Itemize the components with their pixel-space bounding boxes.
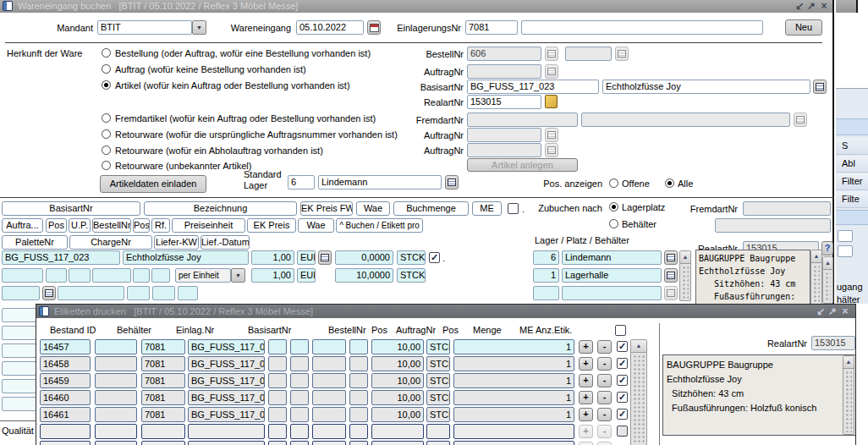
radio-auftrag[interactable] (102, 64, 111, 74)
eti-row-cell-pos1[interactable] (290, 373, 309, 388)
auftragnr-list-icon[interactable] (545, 64, 558, 79)
eti-row-cell-me[interactable]: STCK (426, 373, 450, 388)
col-header-up[interactable]: U.P. (69, 218, 91, 233)
eti-row-cell-auftragnr[interactable] (312, 356, 346, 371)
package-icon[interactable] (545, 95, 558, 108)
eti-empty-cell[interactable] (371, 441, 424, 445)
background-button-fragment[interactable]: Abl (836, 156, 868, 173)
radio-retourware-1[interactable] (102, 129, 111, 139)
scroll-track[interactable] (682, 266, 689, 299)
col-header-me[interactable]: ME (472, 201, 502, 216)
radio-alle[interactable] (665, 179, 674, 188)
lager-row2-list-icon[interactable] (664, 268, 678, 283)
eti-row-cell-anz-etik[interactable]: 1 (453, 373, 574, 388)
eti-empty-cell[interactable] (290, 441, 309, 445)
calendar-icon[interactable] (367, 20, 381, 35)
eti-empty-cell[interactable] (453, 424, 574, 439)
scroll-up-icon[interactable]: ▲ (843, 356, 854, 369)
eti-row-cell-pos1[interactable] (290, 356, 309, 371)
rowB-cell[interactable] (133, 268, 150, 283)
etiketten-titlebar[interactable]: Etiketten drucken [BTIT / 05.10.2022 / R… (36, 305, 855, 318)
col-header-preiseinheit[interactable]: Preiseinheit (172, 218, 245, 233)
scroll-track[interactable] (813, 265, 820, 303)
eti-row-cell-pos1[interactable] (290, 407, 309, 422)
lager-scrollbar[interactable]: ▲ (679, 250, 691, 301)
rowA-basisartnr-cell[interactable]: BG_FUSS_117_023 (2, 250, 120, 265)
info-scrollbar[interactable]: ▲ (810, 250, 822, 305)
fremdart-name-field[interactable] (581, 113, 790, 127)
mandant-dropdown-button[interactable]: ▼ (192, 20, 206, 35)
grid-remnant-cell[interactable] (2, 308, 36, 322)
lager-list-icon[interactable] (445, 175, 459, 190)
fremdartnr-field[interactable] (467, 113, 578, 127)
col-header-pos1[interactable]: Pos (46, 218, 67, 233)
maximize-icon[interactable]: ↗ (805, 0, 817, 12)
eti-row-cell-bestand-id[interactable]: 16460 (40, 390, 91, 405)
scroll-up-icon[interactable]: ▲ (680, 251, 690, 264)
scroll-up-icon[interactable]: ▲ (823, 257, 832, 270)
eti-row-cell-einlag-nr[interactable]: 7081 (141, 407, 185, 422)
eti-row-cell-einlag-nr[interactable]: 7081 (141, 356, 185, 371)
eti-row-cell-bestellnr[interactable] (268, 407, 287, 422)
eti-row-cell-behaelter[interactable] (95, 390, 137, 405)
lager-row3-name[interactable] (562, 286, 662, 300)
eti-row-checkbox[interactable]: ✓ (617, 358, 628, 369)
eti-row-checkbox[interactable] (617, 426, 628, 437)
anz-plus-button[interactable]: + (579, 391, 593, 404)
anz-minus-button[interactable]: - (597, 408, 612, 421)
radio-fremdartikel[interactable] (102, 113, 111, 123)
eti-row-cell-pos1[interactable] (290, 339, 309, 354)
eti-row-cell-menge[interactable]: 10,00 (371, 373, 424, 388)
col-header-lief-datum[interactable]: Lief.-Datum (201, 235, 250, 250)
standard-lager-name-field[interactable]: Lindemann (318, 175, 442, 190)
eti-empty-cell[interactable] (371, 424, 424, 439)
eti-row-cell-behaelter[interactable] (95, 356, 137, 371)
eti-row-cell-me[interactable]: STCK (426, 390, 450, 405)
anz-plus-button[interactable]: + (579, 408, 593, 421)
rowB-ek-preis-cell[interactable]: 1,00 (251, 268, 294, 283)
col-header-buchmenge[interactable]: Buchmenge (393, 201, 469, 216)
basisart-name-field[interactable]: Echtholzfüsse Joy (602, 80, 810, 94)
eti-empty-cell[interactable] (268, 441, 287, 445)
col-header-bestellnr[interactable]: BestellNr (92, 218, 131, 233)
col-header-bezeichnung[interactable]: Bezeichnung (144, 201, 297, 216)
lager-row1-list-icon[interactable] (664, 250, 678, 265)
eti-empty-cell[interactable] (40, 424, 91, 439)
auftragnr3-list-icon[interactable] (545, 143, 558, 157)
eti-row-cell-bestand-id[interactable]: 16459 (40, 373, 91, 388)
rowB-wae-cell[interactable]: EUR (297, 268, 316, 283)
rowC-list-icon[interactable] (42, 286, 56, 300)
rowB-cell[interactable] (69, 268, 91, 283)
background-button-fragment[interactable]: Filter (836, 173, 868, 190)
fremdart-list-icon[interactable] (794, 113, 807, 127)
fremdartnr2-field[interactable] (743, 201, 831, 216)
col-header-wae[interactable]: Wae (356, 201, 390, 216)
eti-row-cell-bestand-id[interactable]: 16461 (40, 407, 91, 422)
rowB-me-cell[interactable]: STCK (397, 268, 426, 283)
fremdart2-name-field[interactable] (715, 218, 831, 233)
col-header-buchen-etikett[interactable]: ^ Buchen / Etikett pro (336, 218, 423, 233)
grid-remnant-cell[interactable] (2, 343, 36, 358)
eti-row-checkbox[interactable]: ✓ (617, 392, 628, 403)
rowB-cell[interactable] (46, 268, 67, 283)
col-header-palettenr[interactable]: PaletteNr (2, 235, 68, 250)
radio-retourware-3[interactable] (102, 161, 111, 170)
rowC-palettenr-cell[interactable] (2, 286, 40, 300)
grid-remnant-cell[interactable] (2, 326, 36, 340)
eti-row-cell-me[interactable]: STCK (426, 339, 450, 354)
eti-row-cell-menge[interactable]: 10,00 (371, 339, 424, 354)
eti-header-checkbox[interactable] (615, 325, 626, 336)
eti-empty-cell[interactable] (141, 441, 185, 445)
eti-empty-cell[interactable] (40, 441, 91, 445)
mandant-select[interactable]: BTIT (97, 20, 192, 35)
rowB-cell[interactable] (151, 268, 170, 283)
eti-row-cell-anz-etik[interactable]: 1 (453, 390, 574, 405)
col-header-auftragnr[interactable]: Auftra... (2, 218, 43, 233)
eti-row-cell-behaelter[interactable] (95, 339, 137, 354)
col-header-ek-preis-fw[interactable]: EK Preis FW (300, 201, 353, 216)
bestellnr-field[interactable]: 606 (467, 47, 541, 61)
eti-row-cell-me[interactable]: STCK (426, 407, 450, 422)
main-titlebar[interactable]: Wareneingang buchen [BTIT / 05.10.2022 /… (0, 0, 832, 13)
eti-row-cell-bestellnr[interactable] (268, 356, 287, 371)
neu-button[interactable]: Neu (785, 19, 822, 36)
